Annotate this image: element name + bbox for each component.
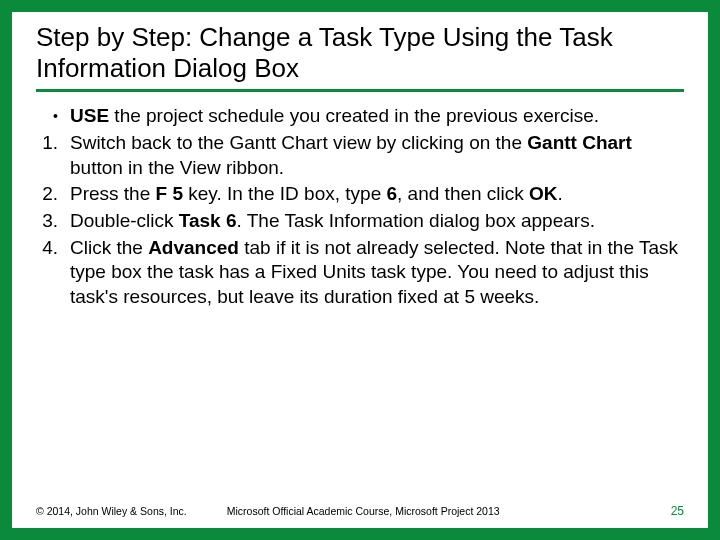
list-text: Double-click Task 6. The Task Informatio… xyxy=(70,209,684,234)
course-text: Microsoft Official Academic Course, Micr… xyxy=(227,505,671,517)
page-number: 25 xyxy=(671,504,684,518)
copyright-text: © 2014, John Wiley & Sons, Inc. xyxy=(36,505,227,517)
slide: Step by Step: Change a Task Type Using t… xyxy=(0,0,720,540)
footer: © 2014, John Wiley & Sons, Inc. Microsof… xyxy=(36,504,684,518)
list-item: 2.Press the F 5 key. In the ID box, type… xyxy=(36,182,684,207)
list-text: Switch back to the Gantt Chart view by c… xyxy=(70,131,684,180)
list-text: USE the project schedule you created in … xyxy=(70,104,684,129)
content-area: Step by Step: Change a Task Type Using t… xyxy=(12,12,708,310)
list-marker: • xyxy=(36,104,70,129)
list-item: 1.Switch back to the Gantt Chart view by… xyxy=(36,131,684,180)
step-list: •USE the project schedule you created in… xyxy=(36,104,684,310)
list-marker: 1. xyxy=(36,131,70,180)
list-item: 3.Double-click Task 6. The Task Informat… xyxy=(36,209,684,234)
list-text: Press the F 5 key. In the ID box, type 6… xyxy=(70,182,684,207)
list-text: Click the Advanced tab if it is not alre… xyxy=(70,236,684,310)
list-item: •USE the project schedule you created in… xyxy=(36,104,684,129)
title-divider xyxy=(36,89,684,92)
slide-title: Step by Step: Change a Task Type Using t… xyxy=(36,22,684,83)
list-marker: 2. xyxy=(36,182,70,207)
list-marker: 3. xyxy=(36,209,70,234)
list-marker: 4. xyxy=(36,236,70,310)
list-item: 4.Click the Advanced tab if it is not al… xyxy=(36,236,684,310)
